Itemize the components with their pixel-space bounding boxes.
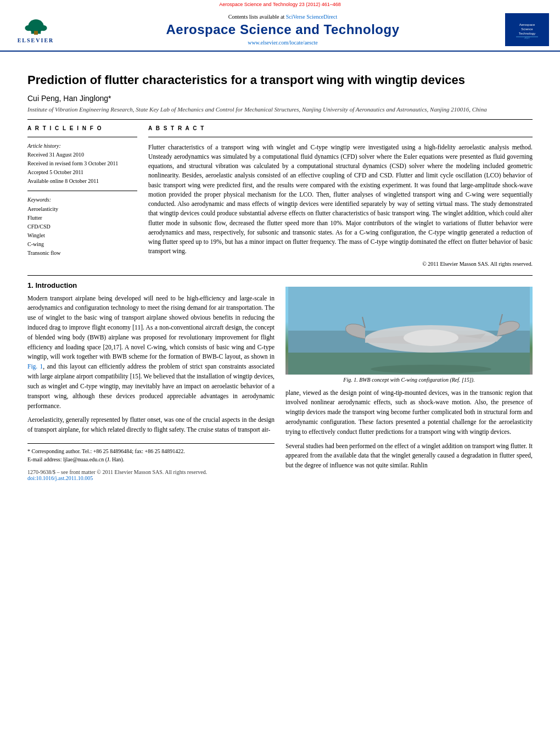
abstract-label: A B S T R A C T — [148, 125, 533, 131]
article-history-label: Article history: — [27, 143, 137, 149]
journal-ref-text: Aerospace Science and Technology 23 (201… — [219, 2, 341, 7]
available-date: Available online 8 October 2011 — [27, 178, 99, 184]
doi-line[interactable]: doi:10.1016/j.ast.2011.10.005 — [27, 475, 275, 481]
svg-text:Technology: Technology — [519, 32, 535, 35]
svg-point-20 — [371, 365, 491, 373]
body-left-column: 1. Introduction Modern transport airplan… — [27, 281, 275, 481]
intro-heading: 1. Introduction — [27, 281, 275, 289]
author-names: Cui Peng, Han Jinglong* — [27, 94, 111, 103]
intro-para-1: Modern transport airplane being develope… — [27, 294, 275, 411]
authors: Cui Peng, Han Jinglong* — [27, 94, 533, 103]
copyright-line: © 2011 Elsevier Masson SAS. All rights r… — [148, 261, 533, 267]
sciverse-line: Contents lists available at SciVerse Sci… — [71, 14, 494, 20]
keywords-section: Keywords: Aeroelasticity Flutter CFD/CSD… — [27, 197, 137, 258]
keyword-5: C-wing — [27, 240, 137, 249]
journal-ref-line: Aerospace Science and Technology 23 (201… — [0, 0, 560, 9]
issn-line: 1270-9638/$ – see front matter © 2011 El… — [27, 469, 275, 475]
divider-body — [27, 275, 533, 276]
figure-1-caption: Fig. 1. BWB concept with C-wing configur… — [285, 377, 533, 383]
page: Aerospace Science and Technology 23 (201… — [0, 0, 560, 742]
accepted-date: Accepted 5 October 2011 — [27, 169, 83, 175]
footnote-section: * Corresponding author. Tel.: +86 25 848… — [27, 443, 275, 481]
figure-1-image — [285, 287, 533, 375]
received-date: Received 31 August 2010 — [27, 152, 84, 158]
journal-url[interactable]: www.elsevier.com/locate/aescte — [71, 40, 494, 46]
article-history-row: Article history: Received 31 August 2010… — [27, 143, 137, 185]
footnote-star-text: * Corresponding author. Tel.: +86 25 848… — [27, 447, 275, 455]
journal-header: ELSEVIER Contents lists available at Sci… — [0, 9, 560, 52]
keyword-3: CFD/CSD — [27, 222, 137, 231]
affiliation: Institute of Vibration Engineering Resea… — [27, 106, 533, 113]
received-revised-date: Received in revised form 3 October 2011 — [27, 160, 118, 166]
figure-1-area: Fig. 1. BWB concept with C-wing configur… — [285, 287, 533, 383]
journal-logo-right: Aerospace Science Technology AST — [505, 13, 549, 46]
elsevier-tree-icon — [21, 16, 51, 36]
sciverse-static-text: Contents lists available at — [228, 14, 284, 20]
keyword-1: Aeroelasticity — [27, 205, 137, 214]
keyword-4: Winglet — [27, 231, 137, 240]
article-info-column: A R T I C L E I N F O Article history: R… — [27, 125, 137, 267]
body-right-column: Fig. 1. BWB concept with C-wing configur… — [285, 281, 533, 481]
sciverse-link[interactable]: SciVerse ScienceDirect — [286, 14, 338, 20]
keyword-2: Flutter — [27, 214, 137, 222]
divider-keywords — [27, 191, 137, 191]
divider-1 — [27, 119, 533, 120]
body-content: 1. Introduction Modern transport airplan… — [27, 281, 533, 481]
footnote-email-text: E-mail address: ljlae@nuaa.edu.cn (J. Ha… — [27, 455, 275, 464]
elsevier-logo: ELSEVIER — [11, 13, 60, 46]
ast-logo-icon: Aerospace Science Technology AST — [513, 20, 541, 40]
divider-abstract — [148, 137, 533, 137]
intro-para-2: Aeroelasticity, generally represented by… — [27, 415, 275, 435]
journal-center-header: Contents lists available at SciVerse Sci… — [60, 14, 505, 46]
svg-text:Aerospace: Aerospace — [519, 23, 535, 26]
svg-point-3 — [39, 25, 47, 31]
figure-1-svg — [285, 287, 533, 375]
article-title: Prediction of flutter characteristics fo… — [27, 72, 533, 88]
keyword-6: Transonic flow — [27, 249, 137, 258]
article-info-abstract: A R T I C L E I N F O Article history: R… — [27, 125, 533, 267]
keywords-label: Keywords: — [27, 197, 137, 203]
journal-title: Aerospace Science and Technology — [71, 22, 494, 37]
divider-info — [27, 137, 137, 137]
svg-point-2 — [25, 25, 32, 31]
elsevier-brand-text: ELSEVIER — [18, 37, 54, 43]
article-info-label: A R T I C L E I N F O — [27, 125, 137, 131]
right-para-1: plane, viewed as the design point of win… — [285, 388, 533, 437]
svg-text:AST: AST — [524, 36, 530, 40]
svg-rect-4 — [34, 31, 38, 35]
abstract-column: A B S T R A C T Flutter characteristics … — [148, 125, 533, 267]
main-content: Prediction of flutter characteristics fo… — [0, 52, 560, 492]
abstract-text: Flutter characteristics of a transport w… — [148, 143, 533, 256]
right-para-2: Several studies had been performed on th… — [285, 442, 533, 471]
svg-text:Science: Science — [521, 27, 533, 31]
svg-point-18 — [404, 330, 458, 346]
